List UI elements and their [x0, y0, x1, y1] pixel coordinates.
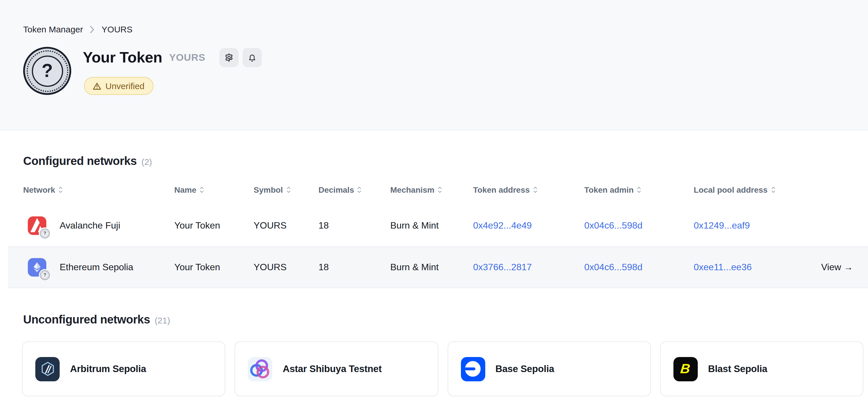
- column-header-local-pool-address[interactable]: Local pool address: [694, 185, 818, 194]
- sort-icon: [199, 186, 205, 194]
- bell-icon: [247, 53, 257, 63]
- column-header-network[interactable]: Network: [23, 185, 174, 194]
- column-header-name[interactable]: Name: [174, 185, 254, 194]
- column-header-token-address[interactable]: Token address: [473, 185, 584, 194]
- column-header-token-admin[interactable]: Token admin: [584, 185, 694, 194]
- settings-button[interactable]: [219, 48, 238, 67]
- token-avatar: ?: [23, 47, 71, 95]
- blast-icon: B: [674, 357, 698, 381]
- network-card-blast-sepolia[interactable]: B Blast Sepolia: [660, 341, 864, 396]
- decimals-cell: 18: [318, 262, 390, 272]
- table-header-row: Network Name Symbol Decimals Mechanism T…: [8, 185, 868, 193]
- avalanche-icon: ?: [28, 216, 46, 235]
- unverified-badge: Unverified: [84, 77, 153, 95]
- view-link[interactable]: View →: [821, 262, 868, 272]
- token-address-link[interactable]: 0x4e92...4e49: [473, 221, 532, 230]
- card-network-name: Arbitrum Sepolia: [70, 363, 146, 374]
- table-row-ethereum-sepolia[interactable]: ? Ethereum Sepolia Your Token YOURS 18 B…: [8, 246, 868, 288]
- ethereum-icon: ?: [28, 258, 46, 276]
- mechanism-cell: Burn & Mint: [390, 262, 473, 272]
- main-content: Configured networks (2) Network Name Sym…: [0, 155, 868, 396]
- warning-icon: [93, 82, 101, 90]
- unconfigured-networks-heading: Unconfigured networks (21): [23, 313, 868, 326]
- unverified-badge-label: Unverified: [105, 81, 145, 91]
- network-card-arbitrum-sepolia[interactable]: Arbitrum Sepolia: [22, 341, 225, 396]
- card-network-name: Blast Sepolia: [708, 363, 768, 374]
- token-symbol-cell: YOURS: [254, 262, 318, 272]
- configured-networks-count: (2): [141, 157, 152, 167]
- breadcrumb-token-manager[interactable]: Token Manager: [23, 24, 83, 34]
- column-header-symbol[interactable]: Symbol: [254, 185, 318, 194]
- sort-icon: [357, 186, 362, 194]
- network-card-astar-shibuya-testnet[interactable]: Astar Shibuya Testnet: [235, 341, 438, 396]
- sort-icon: [637, 186, 642, 194]
- token-admin-link[interactable]: 0x04c6...598d: [584, 262, 643, 272]
- sort-icon: [533, 186, 538, 194]
- network-name: Avalanche Fuji: [60, 221, 120, 231]
- unconfigured-networks-title: Unconfigured networks: [23, 313, 150, 326]
- arrow-right-icon: →: [844, 262, 853, 272]
- arbitrum-icon: [35, 357, 60, 381]
- breadcrumb-current: YOURS: [102, 24, 133, 34]
- network-name: Ethereum Sepolia: [60, 262, 133, 272]
- card-network-name: Astar Shibuya Testnet: [283, 363, 382, 374]
- table-row-avalanche-fuji[interactable]: ? Avalanche Fuji Your Token YOURS 18 Bur…: [8, 205, 868, 246]
- unconfigured-networks-grid: Arbitrum Sepolia Astar Shibuya Testnet B…: [22, 341, 863, 396]
- configured-networks-table: Network Name Symbol Decimals Mechanism T…: [8, 185, 868, 288]
- unknown-token-badge: ?: [40, 229, 50, 238]
- token-header: ? Your Token YOURS: [23, 47, 868, 95]
- token-symbol-label: YOURS: [169, 52, 205, 63]
- sort-icon: [58, 186, 63, 194]
- mechanism-cell: Burn & Mint: [390, 221, 473, 231]
- astar-icon: [248, 357, 273, 381]
- unknown-token-badge: ?: [40, 270, 50, 280]
- unknown-token-glyph: ?: [32, 55, 63, 87]
- token-symbol-cell: YOURS: [254, 221, 318, 231]
- table-body: ? Avalanche Fuji Your Token YOURS 18 Bur…: [8, 205, 868, 288]
- sort-icon: [286, 186, 291, 194]
- page-title: Your Token: [83, 48, 162, 67]
- column-header-mechanism[interactable]: Mechanism: [390, 185, 473, 194]
- local-pool-address-link[interactable]: 0xee11...ee36: [694, 262, 752, 272]
- token-name-cell: Your Token: [174, 262, 254, 272]
- chevron-right-icon: [90, 25, 95, 34]
- token-name-cell: Your Token: [174, 221, 254, 231]
- token-hero: Token Manager YOURS ? Your Token YOURS: [0, 0, 868, 130]
- notifications-button[interactable]: [242, 48, 261, 67]
- base-icon: [461, 357, 485, 381]
- token-admin-link[interactable]: 0x04c6...598d: [584, 221, 643, 230]
- column-header-decimals[interactable]: Decimals: [318, 185, 390, 194]
- breadcrumb: Token Manager YOURS: [23, 0, 868, 34]
- configured-networks-title: Configured networks: [23, 155, 137, 167]
- decimals-cell: 18: [318, 221, 390, 231]
- network-card-base-sepolia[interactable]: Base Sepolia: [447, 341, 651, 396]
- sort-icon: [437, 186, 443, 194]
- unconfigured-networks-count: (21): [155, 315, 170, 325]
- token-address-link[interactable]: 0x3766...2817: [473, 262, 532, 272]
- gear-icon: [224, 53, 234, 63]
- configured-networks-heading: Configured networks (2): [23, 155, 868, 167]
- token-manager-page: Token Manager YOURS ? Your Token YOURS: [0, 0, 868, 401]
- card-network-name: Base Sepolia: [495, 363, 554, 374]
- local-pool-address-link[interactable]: 0x1249...eaf9: [694, 221, 750, 230]
- sort-icon: [770, 186, 776, 194]
